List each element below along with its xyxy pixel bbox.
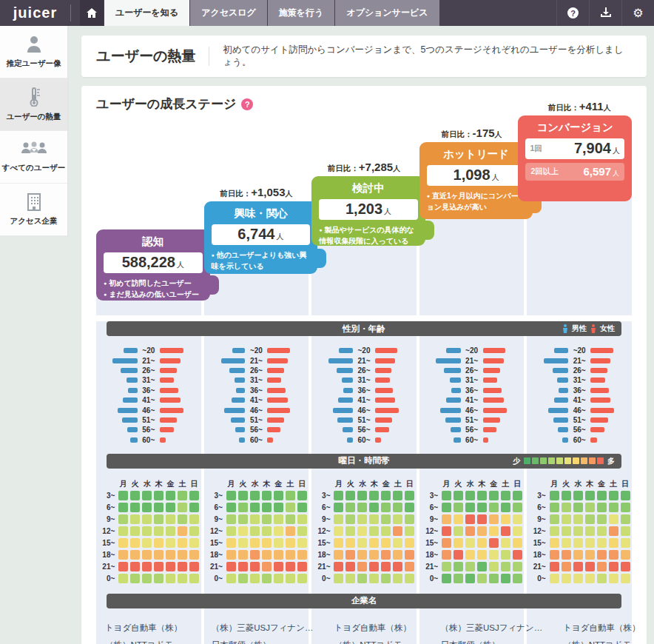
age-chart-row: 56~ bbox=[318, 425, 410, 435]
age-tick-label: 51~ bbox=[138, 416, 160, 424]
tab-2[interactable]: 施策を行う bbox=[268, 0, 335, 26]
sidebar-item-label: アクセス企業 bbox=[10, 216, 58, 227]
female-bar bbox=[590, 348, 613, 353]
heat-cell bbox=[262, 550, 272, 560]
female-bar bbox=[375, 427, 389, 432]
heat-cell bbox=[477, 574, 487, 583]
stage-block-0[interactable]: 認知588,228人初めて訪問したユーザーまだ見込みの低いユーザー bbox=[96, 229, 210, 301]
settings-button[interactable]: ⚙ bbox=[621, 0, 654, 26]
male-bar bbox=[337, 368, 353, 373]
heat-cell bbox=[550, 503, 559, 512]
day-label: 土 bbox=[393, 479, 402, 489]
heat-cell bbox=[501, 514, 510, 524]
stage-block-2[interactable]: 検討中1,203人製品やサービスの具体的な情報収集段階に入っている bbox=[311, 176, 425, 246]
stage-block-3[interactable]: ホットリード1,098人直近1ヶ月以内にコンバージョン見込みが高い bbox=[419, 142, 533, 219]
heat-cell bbox=[226, 503, 236, 512]
age-chart-row: 46~ bbox=[533, 405, 625, 415]
download-button[interactable] bbox=[589, 0, 621, 26]
female-bar bbox=[375, 388, 393, 393]
sidebar-item-2[interactable]: すべてのユーザー bbox=[0, 131, 67, 184]
age-chart-row: 26~ bbox=[426, 366, 518, 375]
tab-0[interactable]: ユーザーを知る bbox=[104, 0, 189, 26]
heat-cell bbox=[609, 538, 618, 548]
heat-cell bbox=[238, 514, 248, 524]
male-bar bbox=[333, 408, 353, 413]
heat-cell bbox=[238, 491, 248, 500]
female-bar bbox=[160, 378, 175, 383]
heatmap-0: 月火水木金土日3~6~9~12~15~18~21~0~ bbox=[96, 473, 201, 588]
time-label: 15~ bbox=[529, 538, 547, 548]
heat-cell bbox=[454, 562, 463, 571]
male-bar bbox=[548, 408, 568, 413]
page-header-card: ユーザーの熱量 初めてのサイト訪問からコンバージョンまで、5つのステージそれぞれ… bbox=[81, 36, 647, 77]
heat-cell bbox=[477, 514, 487, 524]
age-tick-label: 41~ bbox=[353, 396, 375, 404]
age-chart-row: 21~ bbox=[211, 355, 303, 365]
female-bar bbox=[590, 408, 614, 413]
heat-cell bbox=[381, 538, 391, 548]
heat-cell bbox=[345, 526, 355, 536]
heat-cell bbox=[501, 562, 510, 571]
time-label: 12~ bbox=[98, 526, 116, 536]
home-tab[interactable] bbox=[80, 0, 104, 26]
heat-cell bbox=[585, 514, 595, 524]
heat-cell bbox=[489, 538, 499, 548]
heat-cell bbox=[250, 503, 260, 512]
male-bar bbox=[338, 398, 353, 403]
age-tick-label: 60~ bbox=[461, 436, 483, 444]
heat-cell bbox=[166, 562, 175, 571]
heat-cell bbox=[513, 491, 522, 500]
stage-block-1[interactable]: 興味・関心6,744人他のユーザーよりも強い興味を示している bbox=[204, 201, 318, 274]
sidebar-item-label: 推定ユーザー像 bbox=[7, 58, 61, 69]
heat-cell bbox=[357, 514, 367, 524]
help-button[interactable]: ? bbox=[556, 0, 589, 26]
heat-cell bbox=[442, 562, 451, 571]
heat-cell bbox=[609, 562, 618, 571]
heat-cell bbox=[609, 574, 618, 583]
heat-cell bbox=[621, 491, 630, 500]
age-chart-row: 26~ bbox=[211, 366, 303, 375]
sidebar-item-label: ユーザーの熱量 bbox=[6, 112, 61, 122]
legend-low-label: 少 bbox=[513, 456, 520, 466]
heat-cell bbox=[573, 491, 583, 500]
male-bar bbox=[112, 358, 138, 363]
heat-cell bbox=[286, 514, 295, 524]
company-name: 日本郵便（株） bbox=[212, 637, 314, 644]
tab-3[interactable]: オプションサービス bbox=[335, 0, 439, 26]
age-chart-3: ~2021~26~31~36~41~46~51~56~60~ bbox=[419, 341, 525, 448]
stage-count: 588,228 bbox=[122, 254, 175, 271]
company-name: （株）NTTコドモ bbox=[334, 637, 420, 644]
heat-cell bbox=[513, 526, 522, 536]
legend-swatch bbox=[556, 457, 563, 464]
heat-cell bbox=[585, 491, 595, 500]
heat-cell bbox=[357, 526, 367, 536]
heat-cell bbox=[189, 562, 199, 571]
time-label: 9~ bbox=[529, 514, 547, 524]
male-bar bbox=[451, 388, 461, 393]
time-label: 21~ bbox=[206, 562, 224, 571]
stage-block-4[interactable]: コンバージョン1回7,904人2回以上6,597人 bbox=[518, 115, 632, 201]
sidebar-item-0[interactable]: 推定ユーザー像 bbox=[0, 26, 67, 78]
tab-1[interactable]: アクセスログ bbox=[190, 0, 267, 26]
heat-cell bbox=[609, 491, 618, 500]
female-bar bbox=[267, 427, 280, 432]
heat-cell bbox=[477, 550, 487, 560]
stage-diff-label: 前日比：+1,053人 bbox=[204, 186, 309, 199]
female-bar bbox=[160, 417, 177, 423]
heat-cell bbox=[334, 550, 343, 560]
growth-help-icon[interactable]: ? bbox=[241, 98, 253, 110]
age-chart-row: 21~ bbox=[103, 355, 195, 365]
heat-cell bbox=[573, 503, 583, 512]
heat-cell bbox=[501, 491, 510, 500]
heat-cell bbox=[238, 562, 248, 571]
time-label: 12~ bbox=[206, 526, 224, 536]
heat-cell bbox=[297, 562, 307, 571]
heat-cell bbox=[442, 574, 451, 583]
sidebar-item-1[interactable]: ユーザーの熱量 bbox=[0, 78, 67, 131]
heat-cell bbox=[465, 503, 475, 512]
day-label: 木 bbox=[477, 479, 487, 489]
age-tick-label: 36~ bbox=[461, 386, 483, 395]
age-tick-label: ~20 bbox=[461, 346, 483, 355]
age-chart-row: 36~ bbox=[533, 386, 625, 395]
sidebar-item-3[interactable]: アクセス企業 bbox=[0, 184, 67, 236]
